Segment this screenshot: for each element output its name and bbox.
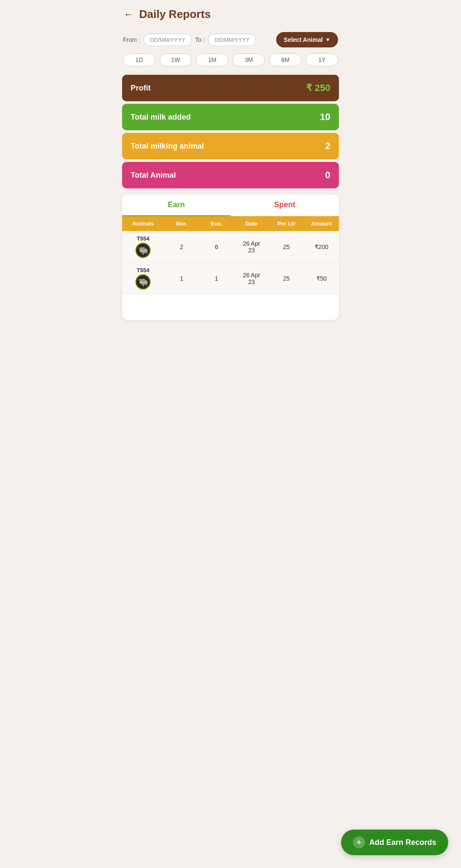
col-morning: Mor. xyxy=(164,220,199,227)
milk-value: 10 xyxy=(320,111,330,123)
filter-3m-button[interactable]: 3M xyxy=(233,53,265,66)
filter-1d-button[interactable]: 1D xyxy=(123,53,155,66)
morning-2: 1 xyxy=(164,275,199,282)
animal-cell-1: T554 🐃 xyxy=(122,235,164,258)
col-evening: Eve. xyxy=(199,220,234,227)
per-ltr-1: 25 xyxy=(269,243,304,250)
animal-avatar-1: 🐃 xyxy=(135,243,151,258)
animal-cell-2: T554 🐃 xyxy=(122,267,164,290)
to-date-input[interactable]: DD/MM/YYYY xyxy=(208,34,256,46)
profit-label: Profit xyxy=(131,84,151,93)
animal-id-1: T554 xyxy=(137,235,149,242)
milk-card: Total milk added 10 xyxy=(122,104,339,130)
select-animal-button[interactable]: Select Animal ▼ xyxy=(276,32,338,47)
amount-2: ₹50 xyxy=(304,275,339,282)
to-label: To : xyxy=(195,36,205,43)
table-header: Animals Mor. Eve. Date Per Ltr Amount xyxy=(122,216,339,231)
earn-spent-table: Earn Spent Animals Mor. Eve. Date Per Lt… xyxy=(122,194,339,320)
back-button[interactable]: ← xyxy=(124,9,133,20)
milking-value: 2 xyxy=(325,141,330,152)
tab-spent[interactable]: Spent xyxy=(230,194,339,216)
col-date: Date xyxy=(234,220,269,227)
from-label: From : xyxy=(123,36,140,43)
total-animal-card: Total Animal 0 xyxy=(122,162,339,188)
amount-1: ₹200 xyxy=(304,243,339,250)
earn-spent-tabs: Earn Spent xyxy=(122,194,339,216)
from-date-input[interactable]: DD/MM/YYYY xyxy=(143,34,191,46)
date-1: 26 Apr23 xyxy=(234,240,269,254)
date-range-row: From : DD/MM/YYYY To : DD/MM/YYYY Select… xyxy=(123,32,338,47)
col-per-ltr: Per Ltr xyxy=(269,220,304,227)
table-row: T554 🐃 1 1 26 Apr23 25 ₹50 xyxy=(122,263,339,294)
stats-section: Profit ₹ 250 Total milk added 10 Total m… xyxy=(115,75,346,188)
filter-1w-button[interactable]: 1W xyxy=(160,53,192,66)
table-row: T554 🐃 2 6 26 Apr23 25 ₹200 xyxy=(122,231,339,263)
col-amount: Amount xyxy=(304,220,339,227)
evening-1: 6 xyxy=(199,243,234,250)
milking-animal-card: Total milking animal 2 xyxy=(122,133,339,159)
filter-1y-button[interactable]: 1Y xyxy=(306,53,338,66)
time-filter-row: 1D 1W 1M 3M 6M 1Y xyxy=(123,53,338,66)
per-ltr-2: 25 xyxy=(269,275,304,282)
header: ← Daily Reports xyxy=(115,0,346,27)
filter-6m-button[interactable]: 6M xyxy=(269,53,302,66)
morning-1: 2 xyxy=(164,243,199,250)
milk-label: Total milk added xyxy=(131,113,191,122)
tab-earn[interactable]: Earn xyxy=(122,194,230,216)
filter-section: From : DD/MM/YYYY To : DD/MM/YYYY Select… xyxy=(115,27,346,75)
filter-1m-button[interactable]: 1M xyxy=(196,53,228,66)
milking-label: Total milking animal xyxy=(131,142,204,151)
page-title: Daily Reports xyxy=(139,8,211,21)
profit-value: ₹ 250 xyxy=(306,82,330,94)
animal-avatar-2: 🐃 xyxy=(135,274,151,290)
add-earn-records-button[interactable]: + Add Earn Records xyxy=(341,830,346,855)
total-animal-value: 0 xyxy=(325,170,330,181)
col-animals: Animals xyxy=(122,220,164,227)
evening-2: 1 xyxy=(199,275,234,282)
date-2: 26 Apr23 xyxy=(234,272,269,285)
total-animal-label: Total Animal xyxy=(131,171,176,180)
profit-card: Profit ₹ 250 xyxy=(122,75,339,101)
animal-id-2: T554 xyxy=(137,267,149,273)
chevron-down-icon: ▼ xyxy=(325,37,330,43)
